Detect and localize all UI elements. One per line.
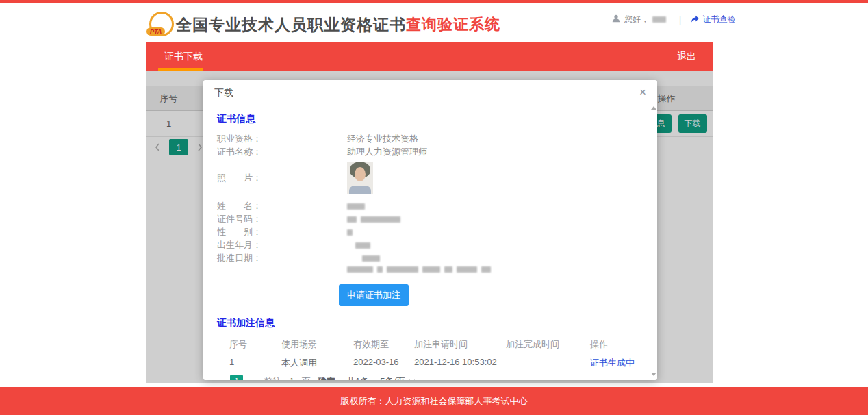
total-count: 共1条 [346, 375, 369, 381]
field-label: 照 片： [217, 173, 347, 183]
field-label: 出生年月： [217, 240, 347, 250]
field-id-number: 证件号码： [217, 214, 648, 224]
col-valid-until: 有效期至 [353, 338, 414, 351]
apply-annotation-button[interactable]: 申请证书加注 [339, 284, 409, 306]
download-modal: 下载 × 证书信息 职业资格： 经济专业技术资格 证书名称： 助理人力资源管理师… [203, 80, 657, 380]
redacted-username [652, 16, 666, 23]
field-occupation: 职业资格： 经济专业技术资格 [217, 134, 648, 144]
redacted-value [347, 242, 374, 249]
page: PTA 全国专业技术人员职业资格证书 查询验证系统 您好， | 证书查验 证书下… [0, 0, 868, 415]
page-size-label[interactable]: 5条/页 [380, 375, 405, 381]
photo-torso [349, 186, 371, 194]
redacted-value [347, 266, 495, 273]
field-label: 性 别： [217, 227, 347, 237]
page-title-accent: 查询验证系统 [406, 14, 500, 35]
header-user-area: 您好， | 证书查验 [611, 14, 735, 25]
page-title: 全国专业技术人员职业资格证书 [176, 14, 406, 36]
field-label: 批准日期： [217, 253, 347, 263]
col-apply-time: 加注申请时间 [414, 338, 506, 351]
field-value: 助理人力资源管理师 [347, 147, 427, 157]
divider: | [679, 15, 681, 25]
field-redacted-note [217, 266, 648, 273]
confirm-button[interactable]: 确定 [318, 375, 335, 381]
field-gender: 性 别： [217, 227, 648, 237]
cert-info-section-title: 证书信息 [217, 113, 648, 125]
field-label: 证件号码： [217, 214, 347, 224]
field-label: 姓 名： [217, 201, 347, 211]
photo-image [347, 162, 373, 194]
redacted-value [347, 229, 357, 236]
main-nav: 证书下载 退出 [146, 42, 713, 71]
field-birth-date: 出生年月： [217, 240, 648, 250]
col-complete-time: 加注完成时间 [506, 338, 590, 351]
col-seq: 序号 [217, 338, 281, 351]
scroll-down-icon[interactable] [651, 373, 656, 376]
jump-page-input[interactable] [283, 376, 301, 380]
logo-text: PTA [146, 27, 165, 36]
annotation-table: 序号 使用场景 有效期至 加注申请时间 加注完成时间 操作 1 本人调用 202… [217, 338, 648, 369]
site-footer: 版权所有：人力资源和社会保障部人事考试中心 [0, 387, 868, 415]
page-size-select[interactable]: 5条/页 [380, 375, 416, 381]
photo-face [355, 167, 366, 181]
field-label: 职业资格： [217, 134, 347, 144]
annotation-table-header: 序号 使用场景 有效期至 加注申请时间 加注完成时间 操作 [217, 338, 648, 351]
jump-prefix: 前往 [264, 375, 281, 381]
col-scene: 使用场景 [281, 338, 353, 351]
field-photo: 照 片： [217, 160, 648, 196]
site-header: PTA 全国专业技术人员职业资格证书 查询验证系统 您好， | 证书查验 [0, 3, 868, 42]
page-button-1[interactable]: 1 [230, 375, 243, 380]
user-icon [611, 14, 621, 25]
pta-logo-icon: PTA [147, 10, 176, 39]
redacted-value [347, 203, 369, 210]
field-label: 证书名称： [217, 147, 347, 157]
cert-generating-link[interactable]: 证书生成中 [590, 357, 648, 369]
annotation-pagination: 1 前往 页 确定 共1条 5条/页 [217, 375, 648, 380]
field-value: 经济专业技术资格 [347, 134, 418, 144]
col-action: 操作 [590, 338, 648, 351]
redacted-value [347, 216, 405, 223]
close-icon[interactable]: × [637, 84, 649, 101]
brand: PTA 全国专业技术人员职业资格证书 查询验证系统 [147, 10, 500, 39]
redacted-value [347, 255, 384, 262]
annotation-row: 1 本人调用 2022-03-16 2021-12-16 10:53:02 证书… [217, 357, 648, 369]
greeting-text: 您好， [624, 14, 649, 25]
copyright-text: 版权所有：人力资源和社会保障部人事考试中心 [341, 395, 528, 407]
cert-check-label[interactable]: 证书查验 [702, 14, 735, 25]
tab-cert-download[interactable]: 证书下载 [164, 42, 203, 71]
logout-button[interactable]: 退出 [677, 42, 696, 71]
cert-check-link[interactable]: 证书查验 [690, 14, 735, 25]
field-cert-name: 证书名称： 助理人力资源管理师 [217, 147, 648, 157]
share-arrow-icon[interactable] [690, 14, 700, 25]
annotation-section-title: 证书加注信息 [217, 317, 648, 329]
modal-scrollbar[interactable] [649, 103, 657, 379]
modal-title: 下载 [214, 87, 233, 99]
cell-scene: 本人调用 [281, 357, 353, 369]
scroll-up-icon[interactable] [651, 106, 656, 110]
field-approve-date: 批准日期： [217, 253, 648, 263]
cell-apply-time: 2021-12-16 10:53:02 [414, 357, 506, 369]
cell-complete-time [506, 357, 590, 369]
modal-body: 证书信息 职业资格： 经济专业技术资格 证书名称： 助理人力资源管理师 照 片： [203, 103, 648, 380]
cell-valid-until: 2022-03-16 [353, 357, 414, 369]
chevron-down-icon[interactable] [409, 376, 416, 380]
portrait-photo [347, 162, 373, 194]
jump-suffix: 页 [302, 375, 311, 381]
field-name: 姓 名： [217, 201, 648, 211]
cell-seq: 1 [217, 357, 281, 369]
